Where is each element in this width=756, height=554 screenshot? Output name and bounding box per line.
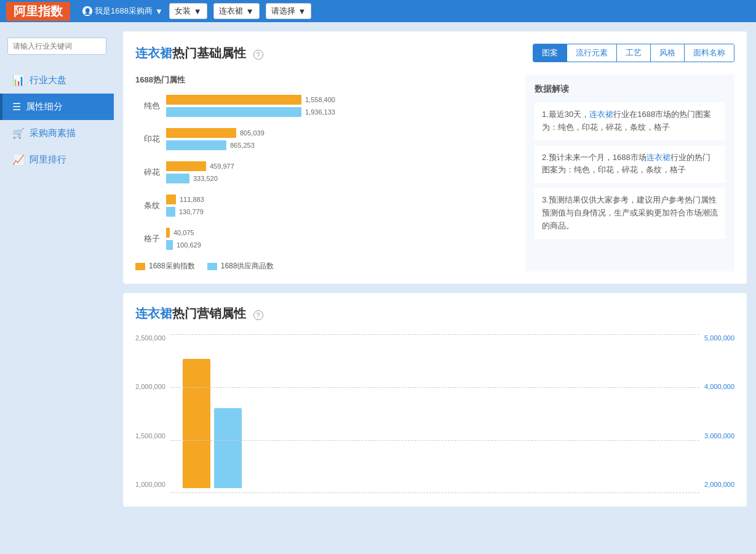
sidebar-item-caigou[interactable]: 🛒 采购商素描: [0, 120, 114, 147]
bar-group-1: 805,039 865,253: [166, 128, 513, 150]
user-label: 我是1688采购商: [95, 6, 153, 17]
bar-rows: 纯色 1,558,400 1,936,133 印花 805,039 865,25…: [135, 95, 513, 250]
chart-grid: [170, 334, 699, 494]
card1-tabs: 图案 流行元素 工艺 风格 面料名称: [533, 44, 734, 62]
chart-area: 1688热门属性 纯色 1,558,400 1,936,133 印花 805,0…: [135, 74, 734, 271]
blue-bar-2: [166, 174, 189, 183]
interpretation-title: 数据解读: [535, 84, 725, 95]
tab-material[interactable]: 面料名称: [685, 44, 734, 62]
bar-item-orange-2: 459,977: [166, 161, 513, 171]
bar-group-1: [183, 359, 242, 488]
legend-blue-box: [207, 263, 217, 270]
legend: 1688采购指数 1688供应商品数: [135, 261, 513, 271]
blue-bar-3: [166, 207, 175, 217]
grid-line-3: [170, 440, 699, 441]
paihang-icon: 📈: [12, 154, 25, 166]
sidebar-item-shuxing[interactable]: ☰ 属性细分: [0, 94, 114, 120]
bar-item-orange-4: 40,075: [166, 228, 513, 238]
chart-left: 1688热门属性 纯色 1,558,400 1,936,133 印花 805,0…: [135, 74, 513, 271]
blue-value-0: 1,936,133: [305, 108, 335, 116]
bar-row-2: 碎花 459,977 333,520: [135, 161, 513, 183]
bar-item-blue-4: 100,629: [166, 240, 513, 250]
sidebar-item-hangye[interactable]: 📊 行业大盘: [0, 67, 114, 94]
y-right-3: 3,000,000: [704, 432, 734, 440]
grid-line-bottom: [170, 492, 699, 493]
grid-line-2: [170, 387, 699, 388]
card2-suffix: 热门营销属性: [172, 307, 246, 320]
blue-value-4: 100,629: [177, 241, 201, 249]
blue-bar-1: [214, 408, 242, 488]
y-left-4: 1,000,000: [135, 481, 165, 488]
search-input[interactable]: [8, 39, 106, 54]
legend-orange-box: [135, 263, 145, 270]
category-dropdown-3[interactable]: 请选择 ▼: [266, 3, 312, 19]
card1-header: 连衣裙热门基础属性 ? 图案 流行元素 工艺 风格 面料名称: [135, 44, 734, 62]
bar-row-3: 条纹 111,883 130,779: [135, 195, 513, 217]
y-right-1: 5,000,000: [704, 334, 734, 342]
y-right-4: 2,000,000: [704, 481, 734, 488]
legend-blue: 1688供应商品数: [207, 261, 274, 271]
card1-title-text: 连衣裙热门基础属性: [135, 46, 250, 60]
card2-header: 连衣裙热门营销属性 ?: [135, 305, 734, 322]
y-right-2: 4,000,000: [704, 383, 734, 390]
user-section: 👤 我是1688采购商 ▼: [82, 6, 163, 17]
interpretation-block-1: 2.预计未来一个月，1688市场连衣裙行业的热门图案为：纯色，印花，碎花，条纹，…: [535, 145, 725, 183]
card2-help-icon[interactable]: ?: [253, 310, 263, 320]
bar-row-0: 纯色 1,558,400 1,936,133: [135, 95, 513, 117]
legend-blue-label: 1688供应商品数: [221, 261, 274, 271]
dropdown3-arrow: ▼: [298, 7, 306, 16]
y-left-1: 2,500,000: [135, 334, 165, 342]
bar-item-orange-1: 805,039: [166, 128, 513, 138]
bar-group-3: 111,883 130,779: [166, 195, 513, 217]
bar-group-2: 459,977 333,520: [166, 161, 513, 183]
orange-value-2: 459,977: [210, 163, 234, 170]
sidebar-label-shuxing: 属性细分: [26, 101, 63, 113]
card1-title: 连衣裙热门基础属性 ?: [135, 45, 263, 62]
sidebar-item-paihang[interactable]: 📈 阿里排行: [0, 147, 114, 173]
interpretation-block-2: 3.预测结果仅供大家参考，建议用户参考热门属性预测值与自身情况，生产或采购更加符…: [535, 188, 725, 238]
y-axis-right: 5,000,000 4,000,000 3,000,000 2,000,000: [699, 334, 734, 488]
legend-orange: 1688采购指数: [135, 261, 195, 271]
bar-label-4: 格子: [135, 233, 160, 244]
bar-item-blue-0: 1,936,133: [166, 107, 513, 117]
blue-value-1: 865,253: [230, 142, 255, 149]
hangye-icon: 📊: [12, 74, 25, 86]
y-axis-left: 2,500,000 2,000,000 1,500,000 1,000,000: [135, 334, 170, 488]
tab-trending[interactable]: 流行元素: [567, 44, 617, 62]
orange-bar-0: [166, 95, 301, 105]
orange-bar-2: [166, 161, 206, 171]
orange-bar-3: [166, 195, 176, 204]
bar-group-4: 40,075 100,629: [166, 228, 513, 250]
orange-value-3: 111,883: [180, 196, 204, 203]
user-icon: 👤: [82, 6, 92, 16]
category-3-label: 请选择: [271, 6, 295, 17]
blue-bar-1: [166, 140, 226, 150]
user-dropdown-arrow[interactable]: ▼: [155, 7, 163, 16]
orange-bar-4: [166, 228, 170, 238]
card-basic-attributes: 连衣裙热门基础属性 ? 图案 流行元素 工艺 风格 面料名称 1688热门属性 …: [123, 31, 747, 284]
card1-highlight: 连衣裙: [135, 46, 172, 60]
orange-value-1: 805,039: [240, 129, 265, 137]
card2-highlight: 连衣裙: [135, 307, 172, 320]
card1-help-icon[interactable]: ?: [253, 50, 263, 60]
tab-pattern[interactable]: 图案: [533, 44, 567, 62]
blue-bar-4: [166, 240, 173, 250]
bar-row-4: 格子 40,075 100,629: [135, 228, 513, 250]
category-dropdown-1[interactable]: 女装 ▼: [169, 3, 207, 19]
header: 阿里指数 👤 我是1688采购商 ▼ 女装 ▼ 连衣裙 ▼ 请选择 ▼: [0, 0, 756, 22]
tab-craft[interactable]: 工艺: [617, 44, 651, 62]
search-box[interactable]: 🔍: [7, 38, 106, 55]
caigou-icon: 🛒: [12, 127, 25, 139]
orange-bar-1: [183, 359, 210, 488]
logo: 阿里指数: [6, 2, 70, 21]
bar-group-0: 1,558,400 1,936,133: [166, 95, 513, 117]
tab-style[interactable]: 风格: [651, 44, 685, 62]
sidebar-label-hangye: 行业大盘: [30, 74, 66, 86]
card-marketing-attributes: 连衣裙热门营销属性 ? 2,500,000 2,000,000 1,500,00…: [123, 293, 747, 507]
bottom-chart-container: 2,500,000 2,000,000 1,500,000 1,000,000: [135, 334, 734, 494]
chart-subtitle: 1688热门属性: [135, 74, 513, 86]
interpretation-block-0: 1.最近30天，连衣裙行业在1688市场的热门图案为：纯色，印花，碎花，条纹，格…: [535, 102, 725, 140]
bar-item-blue-1: 865,253: [166, 140, 513, 150]
category-dropdown-2[interactable]: 连衣裙 ▼: [213, 3, 260, 19]
main-content: 连衣裙热门基础属性 ? 图案 流行元素 工艺 风格 面料名称 1688热门属性 …: [114, 22, 756, 554]
